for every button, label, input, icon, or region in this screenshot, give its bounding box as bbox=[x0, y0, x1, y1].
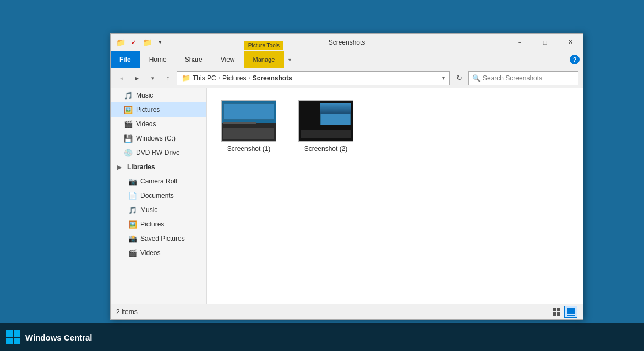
folder-icon: 🎬 bbox=[128, 249, 137, 257]
window-title: Screenshots bbox=[329, 34, 365, 51]
file-thumbnail-1 bbox=[221, 100, 276, 142]
path-screenshots[interactable]: Screenshots bbox=[253, 74, 292, 82]
file-name-2: Screenshot (2) bbox=[304, 145, 348, 153]
sidebar-item-videos[interactable]: 🎬 Videos bbox=[111, 117, 206, 131]
ribbon: File Home Share View Picture Tools Manag… bbox=[111, 51, 583, 68]
ribbon-tabs: File Home Share View Picture Tools Manag… bbox=[111, 51, 583, 68]
ribbon-expand-button[interactable]: ▾ bbox=[284, 51, 295, 68]
sidebar-item-windows-c[interactable]: 💾 Windows (C:) bbox=[111, 131, 206, 145]
qat-folder-icon[interactable]: 📁 bbox=[115, 37, 126, 48]
minimize-button[interactable]: − bbox=[507, 34, 532, 51]
search-input[interactable] bbox=[483, 74, 575, 82]
svg-rect-7 bbox=[567, 315, 575, 316]
sidebar-item-camera-roll[interactable]: 📷 Camera Roll bbox=[111, 174, 206, 188]
svg-rect-2 bbox=[553, 312, 556, 316]
file-name-1: Screenshot (1) bbox=[227, 145, 271, 153]
svg-rect-10 bbox=[6, 338, 13, 344]
explorer-window: 📁 ✓ 📁 ▾ Screenshots − □ ✕ File Home bbox=[110, 33, 583, 320]
folder-icon: 🖼️ bbox=[128, 220, 137, 229]
svg-rect-4 bbox=[567, 308, 575, 310]
recent-locations-button[interactable]: ▾ bbox=[146, 72, 159, 85]
sidebar-item-dvd-rw[interactable]: 💿 DVD RW Drive bbox=[111, 145, 206, 160]
svg-rect-1 bbox=[557, 308, 560, 311]
refresh-button[interactable]: ↻ bbox=[452, 71, 466, 85]
sidebar-label: Saved Pictures bbox=[140, 235, 185, 242]
sidebar-item-documents[interactable]: 📄 Documents bbox=[111, 188, 206, 203]
address-dropdown-icon[interactable]: ▾ bbox=[442, 75, 445, 81]
disc-icon: 💿 bbox=[124, 148, 133, 157]
forward-button[interactable]: ▸ bbox=[130, 72, 144, 85]
sidebar-item-music2[interactable]: 🎵 Music bbox=[111, 203, 206, 217]
sidebar-label: Pictures bbox=[136, 106, 160, 114]
path-this-pc[interactable]: This PC bbox=[193, 74, 216, 82]
svg-rect-11 bbox=[14, 338, 20, 344]
view-buttons bbox=[550, 306, 577, 318]
sidebar-label: Camera Roll bbox=[140, 177, 177, 185]
address-bar: ◂ ▸ ▾ ↑ 📁 This PC › Pictures › Screensho… bbox=[111, 68, 583, 88]
qat-check-icon[interactable]: ✓ bbox=[128, 37, 139, 48]
tab-home[interactable]: Home bbox=[140, 51, 176, 68]
svg-rect-3 bbox=[557, 312, 560, 316]
sidebar-label: Music bbox=[136, 91, 153, 99]
drive-icon: 💾 bbox=[124, 134, 133, 143]
folder-icon: 📄 bbox=[128, 191, 137, 200]
folder-icon: 📷 bbox=[128, 177, 137, 186]
sidebar-label: Videos bbox=[140, 249, 160, 257]
tab-view[interactable]: View bbox=[212, 51, 244, 68]
file-item-screenshot1[interactable]: Screenshot (1) bbox=[216, 97, 282, 156]
folder-icon: 🎵 bbox=[124, 91, 133, 100]
tab-file[interactable]: File bbox=[111, 51, 140, 68]
maximize-button[interactable]: □ bbox=[532, 34, 558, 51]
path-pictures[interactable]: Pictures bbox=[222, 74, 246, 82]
address-folder-icon: 📁 bbox=[182, 74, 190, 82]
sidebar-item-videos2[interactable]: 🎬 Videos bbox=[111, 246, 206, 260]
sidebar-item-pictures[interactable]: 🖼️ Pictures bbox=[111, 102, 206, 117]
sidebar-label: Pictures bbox=[140, 220, 164, 228]
file-area: Screenshot (1) Screenshot (2) bbox=[207, 88, 583, 304]
search-icon: 🔍 bbox=[472, 74, 481, 82]
tab-share[interactable]: Share bbox=[176, 51, 212, 68]
picture-tools-context-label: Picture Tools bbox=[244, 41, 284, 50]
title-bar-left: 📁 ✓ 📁 ▾ bbox=[111, 34, 507, 51]
up-button[interactable]: ↑ bbox=[161, 72, 174, 85]
qat-folder2-icon[interactable]: 📁 bbox=[141, 37, 152, 48]
folder-icon: 📸 bbox=[128, 234, 137, 243]
qat-dropdown-icon[interactable]: ▾ bbox=[155, 37, 166, 48]
expand-icon: ▶ bbox=[115, 163, 124, 171]
sidebar-label: Documents bbox=[140, 192, 174, 199]
tab-picture-tools-manage[interactable]: Picture Tools Manage bbox=[244, 51, 285, 68]
content-area: 🎵 Music 🖼️ Pictures 🎬 Videos bbox=[111, 88, 583, 304]
file-item-screenshot2[interactable]: Screenshot (2) bbox=[293, 97, 359, 156]
detail-view-icon bbox=[567, 308, 575, 316]
folder-icon: 🎬 bbox=[124, 120, 133, 128]
file-thumbnail-2 bbox=[298, 100, 353, 142]
status-bar: 2 items bbox=[111, 304, 583, 319]
address-input[interactable]: 📁 This PC › Pictures › Screenshots ▾ bbox=[177, 71, 450, 85]
sidebar-label: Libraries bbox=[127, 163, 155, 171]
folder-icon: 🎵 bbox=[128, 206, 137, 214]
svg-rect-6 bbox=[567, 312, 575, 314]
sidebar-item-music[interactable]: 🎵 Music bbox=[111, 88, 206, 102]
detail-view-button[interactable] bbox=[564, 306, 577, 318]
sidebar-item-libraries[interactable]: ▶ Libraries bbox=[111, 160, 206, 174]
svg-rect-5 bbox=[567, 310, 575, 312]
close-button[interactable]: ✕ bbox=[558, 34, 583, 51]
list-view-button[interactable] bbox=[550, 306, 563, 318]
sidebar-label: Music bbox=[140, 206, 157, 214]
windows-logo-icon bbox=[6, 330, 21, 345]
sidebar-item-pictures2[interactable]: 🖼️ Pictures bbox=[111, 217, 206, 231]
back-button[interactable]: ◂ bbox=[115, 72, 128, 85]
svg-rect-0 bbox=[553, 308, 556, 311]
item-count: 2 items bbox=[116, 308, 138, 316]
svg-rect-8 bbox=[6, 330, 13, 337]
window-controls: − □ ✕ bbox=[507, 34, 583, 51]
sidebar-item-saved-pictures[interactable]: 📸 Saved Pictures bbox=[111, 231, 206, 246]
help-button[interactable]: ? bbox=[566, 51, 583, 68]
sidebar-label: Videos bbox=[136, 120, 156, 128]
folder-icon: 🖼️ bbox=[124, 105, 133, 114]
taskbar: Windows Central bbox=[0, 323, 644, 351]
title-bar: 📁 ✓ 📁 ▾ Screenshots − □ ✕ bbox=[111, 34, 583, 51]
search-box[interactable]: 🔍 bbox=[468, 71, 578, 85]
list-view-icon bbox=[553, 308, 560, 316]
sidebar-label: Windows (C:) bbox=[136, 134, 176, 142]
